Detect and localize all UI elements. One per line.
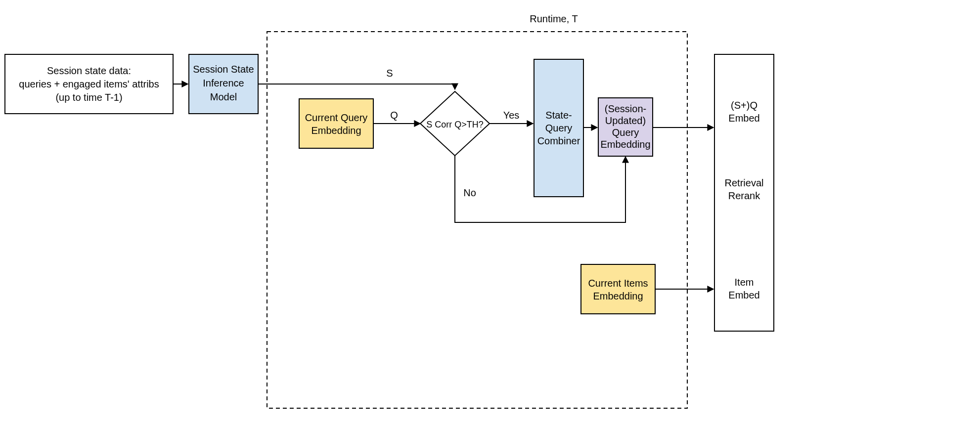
inference-line1: Session State bbox=[193, 64, 254, 75]
output-box: (S+)Q Embed Retrieval Rerank Item Embed bbox=[714, 54, 774, 331]
session-data-line2: queries + engaged items' attribs bbox=[19, 79, 159, 89]
edge-s bbox=[258, 84, 455, 89]
updated-line2: Updated) bbox=[605, 115, 646, 126]
decision-text: S Corr Q>TH? bbox=[426, 120, 484, 129]
items-line1: Current Items bbox=[588, 278, 648, 289]
runtime-container bbox=[267, 32, 687, 408]
items-line2: Embedding bbox=[593, 291, 643, 301]
session-data-box: Session state data: queries + engaged it… bbox=[5, 54, 173, 114]
current-query-box: Current Query Embedding bbox=[299, 99, 373, 148]
combiner-box: State- Query Combiner bbox=[534, 59, 583, 197]
current-items-box: Current Items Embedding bbox=[581, 264, 655, 314]
inference-model-box: Session State Inference Model bbox=[189, 54, 258, 114]
label-no: No bbox=[463, 187, 476, 198]
runtime-title: Runtime, T bbox=[530, 13, 578, 24]
current-query-line1: Current Query bbox=[305, 112, 368, 123]
inference-line3: Model bbox=[210, 91, 237, 102]
decision-diamond: S Corr Q>TH? bbox=[420, 91, 490, 156]
svg-rect-6 bbox=[581, 264, 655, 314]
updated-line3: Query bbox=[612, 127, 639, 138]
item-line1: Item bbox=[735, 277, 754, 288]
session-data-line1: Session state data: bbox=[47, 65, 131, 76]
updated-line1: (Session- bbox=[605, 103, 646, 114]
session-data-line3: (up to time T-1) bbox=[55, 92, 122, 103]
label-q: Q bbox=[390, 110, 398, 121]
label-s: S bbox=[386, 68, 393, 79]
mid-line1: Retrieval bbox=[725, 177, 764, 188]
inference-line2: Inference bbox=[203, 78, 244, 88]
updated-query-box: (Session- Updated) Query Embedding bbox=[598, 98, 653, 156]
current-query-line2: Embedding bbox=[311, 125, 361, 136]
label-yes: Yes bbox=[503, 110, 520, 121]
combiner-line3: Combiner bbox=[537, 135, 580, 146]
mid-line2: Rerank bbox=[728, 190, 760, 201]
updated-line4: Embedding bbox=[600, 139, 650, 150]
combiner-line2: Query bbox=[545, 123, 572, 133]
sq-line2: Embed bbox=[728, 113, 759, 124]
combiner-line1: State- bbox=[545, 110, 572, 121]
sq-line1: (S+)Q bbox=[731, 100, 757, 111]
item-line2: Embed bbox=[728, 290, 759, 300]
svg-rect-2 bbox=[299, 99, 373, 148]
